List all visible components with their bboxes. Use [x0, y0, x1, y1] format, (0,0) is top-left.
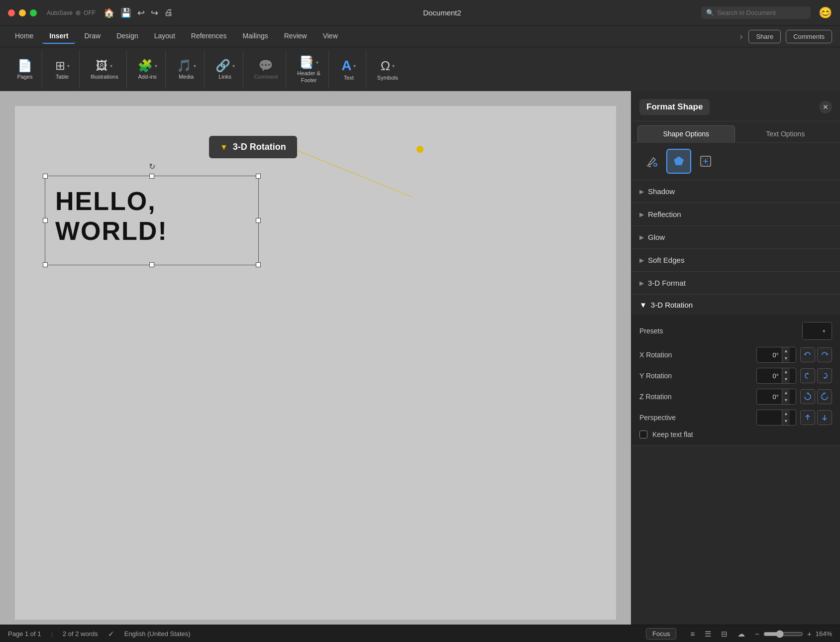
tab-mailings[interactable]: Mailings — [235, 29, 275, 44]
header-footer-button[interactable]: 📑 ▾ Header & Footer — [294, 53, 323, 85]
header-footer-chevron-icon: ▾ — [316, 60, 318, 65]
handle-top-right[interactable] — [256, 174, 261, 179]
tab-home[interactable]: Home — [8, 29, 40, 44]
y-rotate-left-button[interactable] — [800, 368, 815, 383]
handle-top-left[interactable] — [43, 174, 48, 179]
tab-text-options[interactable]: Text Options — [737, 125, 835, 142]
shadow-header[interactable]: ▶ Shadow — [631, 180, 840, 203]
glow-header[interactable]: ▶ Glow — [631, 226, 840, 248]
rotate-handle-icon[interactable]: ↻ — [149, 162, 155, 171]
handle-bottom-left[interactable] — [43, 262, 48, 267]
maximize-button[interactable] — [30, 9, 37, 16]
handle-middle-right[interactable] — [256, 218, 261, 223]
perspective-spin-down[interactable]: ▼ — [782, 418, 790, 425]
tab-view[interactable]: View — [316, 29, 345, 44]
minimize-button[interactable] — [19, 9, 26, 16]
handle-bottom-middle[interactable] — [149, 262, 154, 267]
search-input[interactable] — [717, 9, 797, 16]
focus-button[interactable]: Focus — [646, 628, 676, 640]
tab-insert[interactable]: Insert — [42, 29, 75, 44]
share-button[interactable]: Share — [748, 30, 781, 43]
toolbar-group-symbols: Ω ▾ Symbols — [369, 50, 406, 88]
soft-edges-header[interactable]: ▶ Soft Edges — [631, 249, 840, 271]
y-spin-up[interactable]: ▲ — [782, 368, 790, 376]
z-rotate-cw-button[interactable] — [817, 389, 832, 404]
tab-draw[interactable]: Draw — [77, 29, 107, 44]
text-box[interactable]: HELLO, WORLD! — [45, 176, 259, 265]
tab-layout[interactable]: Layout — [147, 29, 182, 44]
3d-format-label: 3-D Format — [648, 279, 686, 287]
3d-format-header[interactable]: ▶ 3-D Format — [631, 272, 840, 294]
presets-control[interactable]: ▾ — [802, 322, 832, 340]
align-left-icon[interactable]: ☰ — [705, 630, 711, 639]
reflection-header[interactable]: ▶ Reflection — [631, 203, 840, 225]
handle-middle-left[interactable] — [43, 218, 48, 223]
proofing-icon[interactable]: ✓ — [108, 630, 114, 639]
y-rotation-input[interactable]: ▲ ▼ — [756, 368, 796, 384]
undo-icon[interactable]: ↩ — [137, 7, 145, 18]
layout-icon[interactable]: ≡ — [690, 630, 695, 638]
perspective-down-button[interactable] — [817, 410, 832, 425]
x-rotation-field[interactable] — [757, 349, 782, 361]
text-button[interactable]: A ▾ Text — [337, 56, 361, 83]
zoom-controls: − + 164% — [755, 630, 832, 638]
zoom-out-icon[interactable]: − — [755, 630, 759, 638]
align-right-icon[interactable]: ⊟ — [721, 630, 728, 639]
symbols-button[interactable]: Ω ▾ Symbols — [374, 56, 401, 83]
presets-chevron-icon: ▾ — [821, 328, 828, 334]
soft-edges-label: Soft Edges — [648, 256, 684, 264]
effects-icon-btn[interactable] — [666, 149, 691, 174]
y-rotate-right-button[interactable] — [817, 368, 832, 383]
z-rotate-ccw-button[interactable] — [800, 389, 815, 404]
y-spin-down[interactable]: ▼ — [782, 376, 790, 383]
word-count: 2 of 2 words — [63, 630, 98, 638]
x-rotation-input[interactable]: ▲ ▼ — [756, 347, 796, 363]
keep-text-flat-checkbox[interactable] — [639, 430, 647, 438]
glow-chevron-icon: ▶ — [639, 234, 644, 241]
perspective-field[interactable] — [757, 412, 782, 424]
perspective-input[interactable]: ▲ ▼ — [756, 410, 796, 426]
x-rotate-right-button[interactable] — [817, 347, 832, 362]
perspective-spin-up[interactable]: ▲ — [782, 410, 790, 418]
zoom-slider[interactable] — [763, 630, 803, 638]
3d-rotation-header[interactable]: ▼ 3-D Rotation — [631, 295, 840, 315]
perspective-up-button[interactable] — [800, 410, 815, 425]
x-rotate-left-button[interactable] — [800, 347, 815, 362]
comments-button[interactable]: Comments — [786, 30, 832, 43]
handle-top-middle[interactable] — [149, 174, 154, 179]
y-rotation-field[interactable] — [757, 370, 782, 382]
media-button[interactable]: 🎵 ▾ Media — [174, 57, 199, 82]
text-icon: A — [341, 58, 351, 74]
more-tabs-icon[interactable]: › — [739, 31, 742, 42]
redo-icon[interactable]: ↪ — [151, 7, 158, 18]
pages-button[interactable]: 📄 Pages — [13, 57, 37, 82]
text-box-container[interactable]: ↻ HELLO, WORLD! — [45, 176, 259, 265]
tab-references[interactable]: References — [184, 29, 234, 44]
links-button[interactable]: 🔗 ▾ Links — [212, 57, 238, 82]
z-spin-up[interactable]: ▲ — [782, 389, 790, 397]
user-icon[interactable]: 😊 — [819, 6, 832, 19]
tab-review[interactable]: Review — [277, 29, 314, 44]
zoom-in-icon[interactable]: + — [807, 630, 812, 638]
tab-shape-options[interactable]: Shape Options — [637, 125, 735, 142]
illustrations-button[interactable]: 🖼 ▾ Illustrations — [88, 57, 121, 82]
addins-button[interactable]: 🧩 ▾ Add-ins — [135, 57, 160, 82]
cloud-icon[interactable]: ☁ — [737, 630, 745, 639]
close-button[interactable] — [8, 9, 15, 16]
print-icon[interactable]: 🖨 — [164, 7, 173, 18]
z-spin-down[interactable]: ▼ — [782, 397, 790, 404]
z-rotation-input[interactable]: ▲ ▼ — [756, 389, 796, 405]
x-spin-down[interactable]: ▼ — [782, 355, 790, 362]
x-spin-up[interactable]: ▲ — [782, 347, 790, 355]
z-rotation-field[interactable] — [757, 391, 782, 403]
size-position-icon-btn[interactable] — [693, 149, 718, 174]
handle-bottom-right[interactable] — [256, 262, 261, 267]
fill-line-icon-btn[interactable] — [639, 149, 664, 174]
comment-button[interactable]: 💬 Comment — [251, 57, 281, 82]
tab-design[interactable]: Design — [109, 29, 145, 44]
home-icon[interactable]: 🏠 — [104, 7, 114, 18]
panel-close-button[interactable]: ✕ — [819, 101, 832, 113]
save-icon[interactable]: 💾 — [120, 7, 131, 18]
canvas-area[interactable]: ↻ HELLO, WORLD! ▼ 3-D Rotation — [0, 91, 631, 625]
table-button[interactable]: ⊞ ▾ Table — [50, 57, 74, 82]
